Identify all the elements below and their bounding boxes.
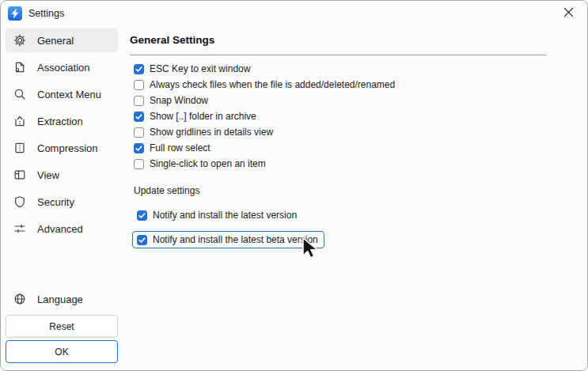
gear-icon — [13, 34, 26, 47]
checkbox-label: Always check files when the file is adde… — [150, 79, 395, 90]
checkbox-checked[interactable] — [134, 64, 144, 74]
extraction-icon — [13, 115, 26, 127]
checkbox-unchecked[interactable] — [134, 127, 144, 138]
sidebar-item-context-menu[interactable]: Context Menu — [6, 82, 118, 106]
view-icon — [13, 168, 26, 181]
checkbox-label: Notify and install the latest beta versi… — [153, 234, 318, 245]
settings-window: Settings GeneralAssociationContext MenuE… — [0, 0, 588, 371]
checkbox-label: Full row select — [150, 142, 211, 153]
checkbox-row-single-click-to-open-an-item[interactable]: Single-click to open an item — [134, 156, 395, 172]
checkbox-checked[interactable] — [134, 143, 144, 153]
sidebar-item-view[interactable]: View — [6, 163, 118, 187]
checkbox-label: Show [..] folder in archive — [150, 111, 256, 122]
sliders-icon — [13, 222, 26, 235]
sidebar-item-advanced[interactable]: Advanced — [6, 217, 118, 240]
page-title: General Settings — [130, 34, 214, 46]
checkbox-label: Show gridlines in details view — [150, 127, 273, 138]
close-button[interactable] — [554, 3, 582, 24]
sidebar-item-extraction[interactable]: Extraction — [6, 109, 118, 133]
sidebar-item-association[interactable]: Association — [6, 55, 118, 79]
compression-icon — [13, 142, 26, 154]
checkbox-row-show-gridlines-in-details-view[interactable]: Show gridlines in details view — [134, 124, 395, 140]
general-checkbox-list: ESC Key to exit windowAlways check files… — [134, 61, 395, 172]
ok-button[interactable]: OK — [6, 340, 118, 363]
checkbox-unchecked[interactable] — [134, 96, 144, 106]
sidebar-item-compression[interactable]: Compression — [6, 136, 118, 160]
association-icon — [13, 61, 26, 74]
sidebar-item-language[interactable]: Language — [6, 287, 118, 311]
checkbox-checked[interactable] — [137, 210, 147, 221]
sidebar-item-label: Context Menu — [37, 89, 101, 100]
reset-button[interactable]: Reset — [6, 315, 118, 338]
sidebar-item-label: Language — [37, 293, 83, 305]
mouse-cursor — [302, 237, 321, 263]
checkbox-checked[interactable] — [134, 112, 144, 122]
sidebar-item-label: Extraction — [37, 115, 83, 127]
checkbox-row-snap-window[interactable]: Snap Window — [134, 93, 395, 108]
checkbox-unchecked[interactable] — [134, 159, 144, 169]
sidebar-item-security[interactable]: Security — [6, 190, 118, 214]
sidebar-item-label: Association — [37, 62, 89, 74]
update-checkbox-list: Notify and install the latest versionNot… — [132, 206, 324, 248]
sidebar-item-label: Security — [37, 196, 74, 208]
close-icon — [563, 7, 574, 20]
checkbox-row-esc-key-to-exit-window[interactable]: ESC Key to exit window — [134, 61, 395, 77]
sidebar-item-label: Compression — [37, 142, 98, 154]
checkbox-label: Single-click to open an item — [150, 158, 266, 169]
checkbox-row-notify-and-install-the-latest-version[interactable]: Notify and install the latest version — [132, 206, 303, 224]
checkbox-label: Notify and install the latest version — [153, 210, 297, 221]
checkbox-label: Snap Window — [150, 95, 208, 106]
checkbox-row-always-check-files-when-the-file-is-added-deleted-renamed[interactable]: Always check files when the file is adde… — [134, 77, 395, 93]
checkbox-row-full-row-select[interactable]: Full row select — [134, 140, 395, 156]
checkbox-row-show-folder-in-archive[interactable]: Show [..] folder in archive — [134, 108, 395, 124]
window-titlebar[interactable]: Settings — [1, 1, 587, 26]
update-settings-label: Update settings — [134, 185, 199, 196]
sidebar-item-label: General — [37, 35, 74, 47]
sidebar-item-general[interactable]: General — [6, 28, 118, 52]
sidebar-item-label: View — [37, 169, 59, 181]
heading-divider — [130, 55, 547, 55]
checkbox-row-notify-and-install-the-latest-beta-version[interactable]: Notify and install the latest beta versi… — [132, 231, 324, 248]
app-logo-icon — [8, 6, 22, 21]
shield-icon — [13, 195, 26, 208]
magnifier-icon — [13, 88, 26, 100]
checkbox-label: ESC Key to exit window — [150, 63, 250, 74]
sidebar: GeneralAssociationContext MenuExtraction… — [1, 28, 118, 244]
globe-icon — [13, 293, 26, 305]
checkbox-checked[interactable] — [137, 235, 147, 245]
window-title: Settings — [28, 8, 64, 19]
sidebar-item-label: Advanced — [37, 223, 83, 235]
checkbox-unchecked[interactable] — [134, 80, 144, 90]
